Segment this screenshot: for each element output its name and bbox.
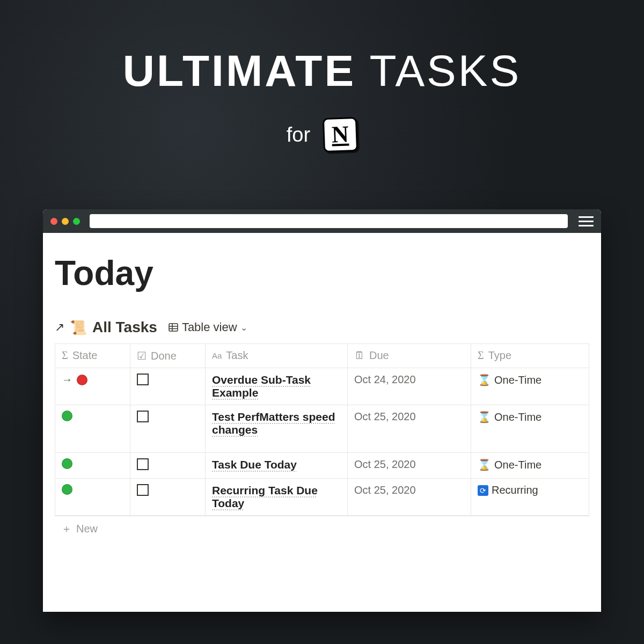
view-bar: ↗ 📜 All Tasks Table view ⌄ <box>55 319 589 336</box>
notion-logo-icon: N <box>323 117 358 152</box>
calendar-icon: 🗓 <box>354 349 365 362</box>
subtask-arrow-icon: → <box>62 374 72 386</box>
formula-icon: Σ <box>62 349 68 362</box>
table-header-row: ΣState ☑Done AaTask 🗓Due ΣType <box>55 344 589 368</box>
state-cell: → <box>62 374 123 386</box>
due-date[interactable]: Oct 24, 2020 <box>354 374 416 385</box>
browser-chrome <box>43 209 601 233</box>
column-header-due[interactable]: 🗓Due <box>348 344 471 368</box>
table-row[interactable]: →Overdue Sub-Task ExampleOct 24, 2020⌛On… <box>55 368 589 405</box>
for-label: for <box>287 123 310 147</box>
window-maximize-button[interactable] <box>73 218 80 225</box>
view-label: Table view <box>182 320 237 334</box>
browser-window: Today ↗ 📜 All Tasks Table view ⌄ <box>43 209 601 612</box>
due-date[interactable]: Oct 25, 2020 <box>354 458 416 470</box>
done-checkbox[interactable] <box>137 411 149 422</box>
column-header-type[interactable]: ΣType <box>471 344 589 368</box>
state-cell <box>62 411 123 421</box>
svg-rect-0 <box>169 324 178 331</box>
state-cell <box>62 458 123 469</box>
column-header-done[interactable]: ☑Done <box>130 344 206 368</box>
state-dot-icon <box>62 484 72 495</box>
task-name[interactable]: Overdue Sub-Task Example <box>212 374 311 399</box>
done-checkbox[interactable] <box>137 374 149 385</box>
column-header-state[interactable]: ΣState <box>55 344 130 368</box>
type-cell: ⌛One-Time <box>478 458 582 471</box>
task-name[interactable]: Test PerfMatters speed changes <box>212 411 335 436</box>
table-row[interactable]: Task Due TodayOct 25, 2020⌛One-Time <box>55 453 589 479</box>
state-dot-icon <box>62 458 72 469</box>
task-name[interactable]: Recurring Task Due Today <box>212 484 318 509</box>
type-label: One-Time <box>494 374 541 386</box>
text-icon: Aa <box>212 351 222 360</box>
window-minimize-button[interactable] <box>62 218 69 225</box>
new-row-button[interactable]: ＋ New <box>55 516 589 541</box>
menu-icon[interactable] <box>579 214 594 229</box>
page-title: Today <box>55 253 589 293</box>
tasks-table: ΣState ☑Done AaTask 🗓Due ΣType →Overdue … <box>55 343 589 516</box>
linked-database-title[interactable]: All Tasks <box>92 319 157 336</box>
type-label: One-Time <box>494 459 541 471</box>
state-dot-icon <box>62 411 72 421</box>
column-header-task[interactable]: AaTask <box>206 344 348 368</box>
table-row[interactable]: Recurring Task Due TodayOct 25, 2020⟳Rec… <box>55 479 589 516</box>
hero-title: ULTIMATE TASKS <box>0 0 644 96</box>
formula-icon: Σ <box>478 349 484 362</box>
new-row-label: New <box>76 523 98 535</box>
type-cell: ⌛One-Time <box>478 374 582 386</box>
state-dot-icon <box>77 375 87 385</box>
plus-icon: ＋ <box>61 522 72 536</box>
hero-title-bold: ULTIMATE <box>123 46 356 95</box>
table-row[interactable]: Test PerfMatters speed changesOct 25, 20… <box>55 405 589 453</box>
done-checkbox[interactable] <box>137 458 149 470</box>
hero-title-light: TASKS <box>369 46 521 95</box>
chevron-down-icon: ⌄ <box>240 323 247 333</box>
due-date[interactable]: Oct 25, 2020 <box>354 411 416 422</box>
scroll-icon: 📜 <box>70 319 87 336</box>
hero-subtitle: for N <box>0 118 644 152</box>
type-cell: ⟳Recurring <box>478 484 582 496</box>
type-cell: ⌛One-Time <box>478 411 582 423</box>
type-label: Recurring <box>492 484 538 496</box>
view-switcher[interactable]: Table view ⌄ <box>168 320 247 334</box>
checkbox-icon: ☑ <box>137 349 147 362</box>
address-bar[interactable] <box>90 214 568 228</box>
due-date[interactable]: Oct 25, 2020 <box>354 484 416 496</box>
table-icon <box>168 322 179 333</box>
linked-database-arrow-icon: ↗ <box>55 320 64 334</box>
type-label: One-Time <box>494 411 541 423</box>
window-close-button[interactable] <box>50 218 57 225</box>
page-content: Today ↗ 📜 All Tasks Table view ⌄ <box>43 233 601 541</box>
done-checkbox[interactable] <box>137 484 149 496</box>
state-cell <box>62 484 123 495</box>
task-name[interactable]: Task Due Today <box>212 458 297 471</box>
